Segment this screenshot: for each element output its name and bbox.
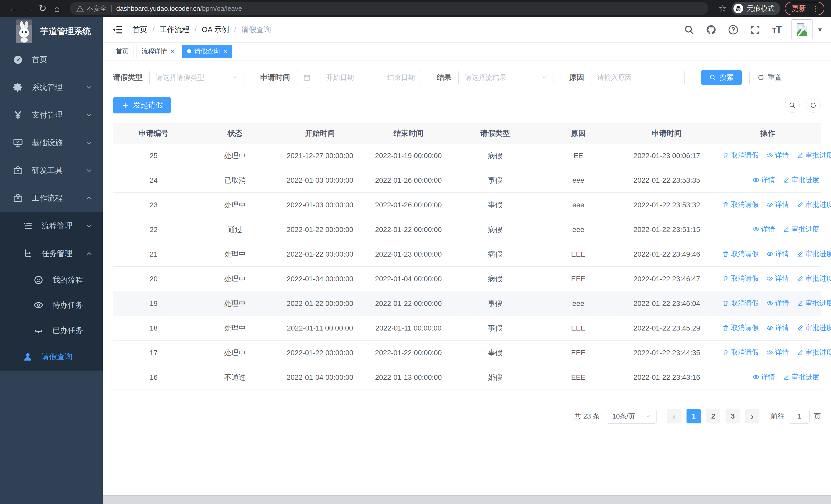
show-search-toggle-button[interactable] [785,98,800,113]
sidebar-item-label: 已办任务 [52,325,83,336]
sidebar-item-task-mgmt[interactable]: 任务管理 [0,240,103,267]
sidebar-item-todo-tasks[interactable]: 待办任务 [0,293,103,318]
apply-time-range-picker[interactable]: 开始日期 - 结束日期 [297,70,422,85]
chevron-down-icon [85,139,93,147]
approval-progress-link[interactable]: 审批进度 [797,151,831,160]
browser-update-button[interactable]: 更新 ⋮ [785,2,824,15]
cancel-leave-link[interactable]: 取消请假 [722,298,758,308]
result-placeholder: 请选择流结果 [465,73,506,82]
page-button-2[interactable]: 2 [706,409,720,423]
fullscreen-icon[interactable] [750,24,761,35]
reset-button[interactable]: 重置 [749,70,790,85]
security-label[interactable]: 不安全 [87,4,107,13]
tab-leave-query[interactable]: 请假查询× [182,45,232,58]
approval-progress-link[interactable]: 审批进度 [797,249,831,259]
cell-id: 19 [113,291,194,316]
sidebar-item-infrastructure[interactable]: 基础设施 [0,129,103,156]
table-row: 20处理中2022-01-04 00:00:002022-01-04 00:00… [113,267,821,291]
breadcrumb-item[interactable]: 首页 [133,25,147,35]
tab-process-detail[interactable]: 流程详情× [137,45,179,58]
sidebar-item-process-mgmt[interactable]: 流程管理 [0,212,103,240]
detail-link[interactable]: 详情 [766,249,789,259]
sidebar-item-done-tasks[interactable]: 已办任务 [0,318,103,343]
detail-link[interactable]: 详情 [752,373,775,382]
cancel-leave-link[interactable]: 取消请假 [722,348,758,357]
sidebar-item-label: 任务管理 [41,248,73,259]
refresh-table-button[interactable] [806,98,821,113]
browser-back-button[interactable]: ← [7,3,21,14]
header-search-icon[interactable] [684,24,694,35]
sidebar-collapse-icon[interactable] [112,24,123,35]
next-page-button[interactable]: › [745,409,760,423]
cancel-leave-link[interactable]: 取消请假 [722,323,758,332]
approval-progress-link[interactable]: 审批进度 [797,200,831,209]
browser-reload-button[interactable]: ↻ [35,3,50,14]
avatar[interactable] [792,19,812,40]
avatar-dropdown-caret[interactable]: ▾ [818,25,822,34]
font-size-icon[interactable]: тТ [772,24,781,35]
search-button[interactable]: 搜索 [701,70,742,85]
goto-page-input[interactable]: 1 [789,409,810,424]
eye-open-icon [33,300,44,310]
sidebar-item-system-mgmt[interactable]: 系统管理 [0,73,103,101]
detail-link[interactable]: 详情 [766,348,789,357]
tab-home[interactable]: 首页 [111,45,134,58]
approval-progress-link[interactable]: 审批进度 [797,323,831,332]
breadcrumb-item[interactable]: OA 示例 [202,25,229,35]
column-header: 请假类型 [453,123,538,144]
bookmark-star-icon[interactable]: ☆ [719,3,727,14]
cancel-leave-link[interactable]: 取消请假 [722,151,758,160]
page-size-select[interactable]: 10条/页 [607,409,657,424]
cancel-leave-link[interactable]: 取消请假 [722,274,758,283]
approval-progress-link[interactable]: 审批进度 [783,373,819,382]
browser-forward-button[interactable]: → [21,3,35,14]
cancel-leave-link[interactable]: 取消请假 [722,200,758,209]
start-date-input[interactable]: 开始日期 [326,73,354,82]
sidebar-item-label: 待办任务 [52,300,83,310]
sidebar-item-payment-mgmt[interactable]: 支付管理 [0,101,103,129]
cell-status: 处理中 [194,193,276,217]
cell-type: 病假 [453,144,538,168]
detail-link[interactable]: 详情 [752,225,775,234]
approval-progress-link[interactable]: 审批进度 [797,298,831,308]
create-leave-button[interactable]: ＋ 发起请假 [113,97,171,113]
leave-type-select[interactable]: 请选择请假类型 [149,70,245,85]
sidebar-item-my-process[interactable]: 我的流程 [0,267,103,293]
page-button-1[interactable]: 1 [687,409,701,423]
detail-link[interactable]: 详情 [766,151,789,160]
address-bar[interactable]: 不安全 dashboard.yudao.iocoder.cn/bpm/oa/le… [70,2,708,15]
breadcrumb: 首页/工作流程/OA 示例/请假查询 [133,25,271,35]
detail-link[interactable]: 详情 [766,323,789,332]
detail-link[interactable]: 详情 [766,298,789,308]
end-date-input[interactable]: 结束日期 [387,73,415,82]
cell-id: 20 [113,267,194,291]
cancel-leave-link[interactable]: 取消请假 [722,249,758,259]
column-header: 原因 [538,123,619,144]
approval-progress-link[interactable]: 审批进度 [783,225,819,234]
detail-link[interactable]: 详情 [766,200,789,209]
close-tab-icon[interactable]: × [224,48,227,55]
approval-progress-link[interactable]: 审批进度 [797,274,831,283]
detail-link[interactable]: 详情 [766,274,789,283]
reason-input[interactable]: 请输入原因 [591,70,685,85]
prev-page-button[interactable]: ‹ [667,409,681,423]
result-select[interactable]: 请选择流结果 [458,70,554,85]
help-icon[interactable] [728,24,739,35]
sidebar-item-leave-query[interactable]: 请假查询 [0,343,103,370]
sidebar-item-dev-tools[interactable]: 研发工具 [0,156,103,184]
close-tab-icon[interactable]: × [171,48,174,55]
browser-home-button[interactable]: ⌂ [50,3,64,14]
page-button-3[interactable]: 3 [725,409,740,423]
app-logo[interactable]: 芋道管理系统 [0,17,103,46]
cell-reason: EEE [538,316,619,340]
github-icon[interactable] [706,24,717,35]
approval-progress-link[interactable]: 审批进度 [797,348,831,357]
detail-link[interactable]: 详情 [752,175,775,184]
sidebar-item-workflow[interactable]: 工作流程 [0,184,103,212]
approval-progress-link[interactable]: 审批进度 [783,175,819,184]
table-header-row: 申请编号状态开始时间结束时间请假类型原因申请时间操作 [113,123,821,144]
breadcrumb-item[interactable]: 工作流程 [160,25,190,35]
leave-type-placeholder: 请选择请假类型 [156,73,204,82]
sidebar-item-home[interactable]: 首页 [0,46,103,73]
browser-menu-icon[interactable]: ⋮ [811,4,819,13]
